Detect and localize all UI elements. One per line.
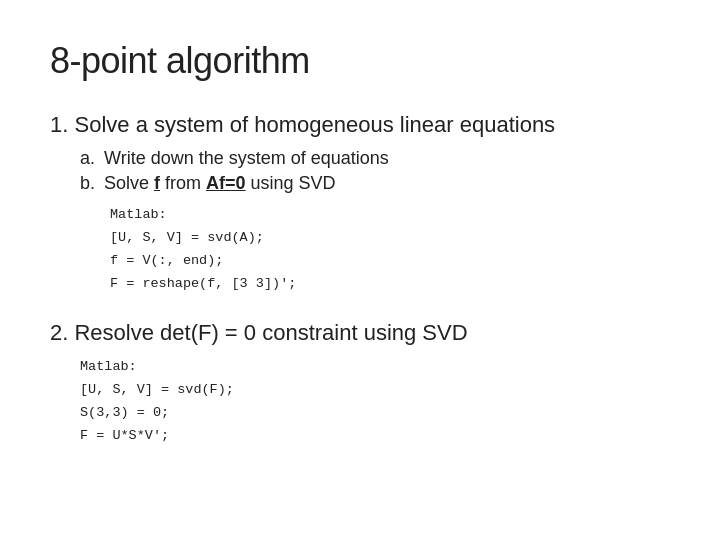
section-1: 1. Solve a system of homogeneous linear … [50,112,670,296]
matlab-label-2: Matlab: [80,356,670,379]
code-line-1-2: f = V(:, end); [110,250,670,273]
section-2-number: 2. [50,320,68,345]
sub-item-b-text: Solve f from Af=0 using SVD [104,173,336,194]
code-line-2-3: F = U*S*V'; [80,425,670,448]
section-1-number: 1. [50,112,68,137]
sub-item-a: a. Write down the system of equations [80,148,670,169]
sub-label-a: a. [80,148,104,169]
sub-item-b-svd: using SVD [246,173,336,193]
sub-item-b: b. Solve f from Af=0 using SVD [80,173,670,194]
matlab-label-1: Matlab: [110,204,670,227]
code-line-2-1: [U, S, V] = svd(F); [80,379,670,402]
section-1-heading: 1. Solve a system of homogeneous linear … [50,112,670,138]
code-line-1-3: F = reshape(f, [3 3])'; [110,273,670,296]
code-line-1-1: [U, S, V] = svd(A); [110,227,670,250]
sub-label-b: b. [80,173,104,194]
section-2-heading: 2. Resolve det(F) = 0 constraint using S… [50,320,670,346]
code-block-1: Matlab: [U, S, V] = svd(A); f = V(:, end… [110,204,670,296]
section-2: 2. Resolve det(F) = 0 constraint using S… [50,320,670,448]
code-block-2: Matlab: [U, S, V] = svd(F); S(3,3) = 0; … [80,356,670,448]
section-1-subsections: a. Write down the system of equations b.… [80,148,670,296]
sub-item-b-from: from [160,173,206,193]
sub-item-a-text: Write down the system of equations [104,148,389,169]
section-1-heading-text: Solve a system of homogeneous linear equ… [74,112,555,137]
page-title: 8-point algorithm [50,40,670,82]
section-2-heading-text: Resolve det(F) = 0 constraint using SVD [74,320,467,345]
sub-item-b-af0: Af=0 [206,173,246,193]
sub-item-b-solve: Solve [104,173,154,193]
code-line-2-2: S(3,3) = 0; [80,402,670,425]
